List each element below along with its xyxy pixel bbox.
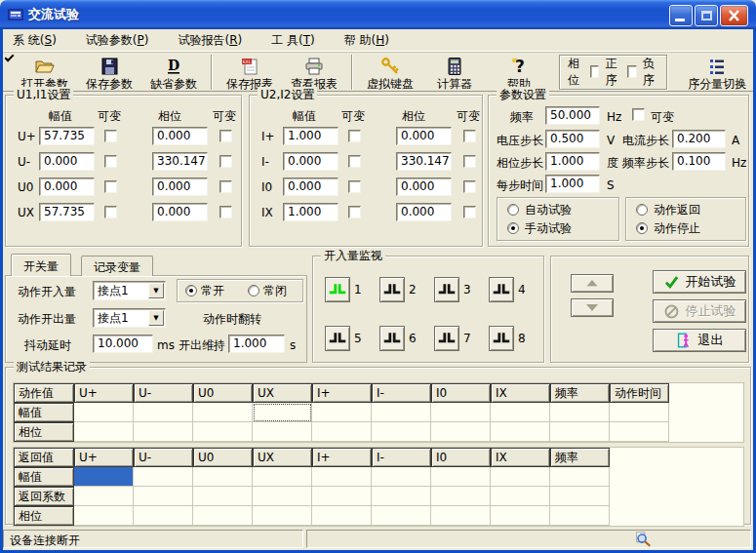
grid-cell[interactable]	[253, 506, 312, 526]
phase-input[interactable]: 0.000	[152, 127, 208, 145]
exit-button[interactable]: 退出	[653, 329, 746, 352]
auto-test-radio[interactable]	[507, 204, 519, 216]
amplitude-input[interactable]: 0.000	[283, 178, 338, 196]
amplitude-input[interactable]: 1.000	[283, 203, 338, 221]
amplitude-variable-checkbox[interactable]	[348, 206, 361, 218]
grid-cell[interactable]	[74, 403, 134, 422]
voltage-step-input[interactable]: 0.500	[545, 130, 600, 148]
grid-cell[interactable]	[253, 487, 312, 506]
input-monitor-switch-6[interactable]: 6	[379, 326, 417, 351]
grid-cell[interactable]	[312, 467, 372, 487]
tab-record-variables[interactable]: 记录变量	[81, 256, 153, 276]
grid-cell[interactable]	[193, 506, 253, 526]
grid-cell[interactable]	[253, 403, 312, 422]
amplitude-input[interactable]: 57.735	[39, 127, 95, 145]
grid-cell[interactable]	[134, 403, 193, 422]
grid-cell[interactable]	[491, 422, 550, 442]
normally-open-radio[interactable]	[185, 285, 197, 296]
phase-variable-checkbox[interactable]	[219, 130, 232, 142]
phase-variable-checkbox[interactable]	[463, 155, 476, 168]
grid-cell[interactable]	[610, 422, 669, 442]
menu-item-h[interactable]: 帮 助(H)	[335, 29, 399, 52]
scroll-up-button[interactable]	[571, 274, 614, 293]
output-hold-input[interactable]: 1.000	[228, 335, 285, 353]
grid-cell[interactable]	[312, 487, 372, 506]
grid-cell[interactable]	[372, 422, 431, 442]
grid-cell[interactable]	[74, 506, 134, 526]
phase-input[interactable]: 330.147	[396, 152, 452, 171]
grid-cell[interactable]	[312, 403, 372, 422]
amplitude-variable-checkbox[interactable]	[104, 130, 117, 142]
grid-cell[interactable]	[491, 487, 550, 506]
start-test-button[interactable]: 开始试验	[653, 270, 746, 294]
phase-step-input[interactable]: 1.000	[545, 152, 600, 171]
grid-cell[interactable]	[431, 506, 491, 526]
amplitude-variable-checkbox[interactable]	[104, 206, 117, 218]
amplitude-input[interactable]: 0.000	[39, 152, 95, 171]
amplitude-input[interactable]: 57.735	[39, 203, 95, 221]
grid-cell[interactable]	[74, 467, 134, 487]
grid-cell[interactable]	[134, 506, 193, 526]
grid-cell[interactable]	[134, 422, 193, 442]
phase-variable-checkbox[interactable]	[219, 206, 232, 218]
phase-input[interactable]: 0.000	[152, 203, 208, 221]
grid-cell[interactable]	[550, 422, 610, 442]
frequency-variable-checkbox[interactable]	[632, 108, 645, 121]
input-monitor-switch-7[interactable]: 7	[434, 326, 471, 351]
minimize-button[interactable]	[669, 5, 693, 26]
grid-cell[interactable]	[193, 403, 253, 422]
grid-cell[interactable]	[610, 403, 669, 422]
grid-cell[interactable]	[253, 422, 312, 442]
phase-input[interactable]: 0.000	[396, 178, 452, 196]
grid-cell[interactable]	[253, 467, 312, 487]
grid-cell[interactable]	[431, 487, 491, 506]
grid-cell[interactable]	[193, 487, 253, 506]
toolbar-button-calculator[interactable]: 计算器	[422, 54, 487, 91]
normally-closed-radio[interactable]	[248, 285, 259, 296]
grid-cell[interactable]	[431, 467, 491, 487]
maximize-button[interactable]	[695, 5, 718, 26]
phase-variable-checkbox[interactable]	[219, 180, 232, 193]
grid-cell[interactable]	[431, 422, 491, 442]
phase-input[interactable]: 0.000	[396, 203, 452, 221]
grid-cell[interactable]	[312, 506, 372, 526]
positive-sequence-checkbox[interactable]	[590, 65, 600, 78]
menu-item-p[interactable]: 试验参数(P)	[76, 29, 159, 52]
toolbar-button-open-folder[interactable]: 打开参数	[13, 54, 77, 91]
grid-cell[interactable]	[550, 467, 610, 487]
toolbar-button-printer[interactable]: 查看报表	[282, 54, 346, 91]
phase-variable-checkbox[interactable]	[463, 130, 476, 142]
grid-cell[interactable]	[491, 506, 550, 526]
phase-input[interactable]: 330.147	[152, 152, 208, 171]
input-monitor-switch-8[interactable]: 8	[489, 326, 526, 351]
action-stop-radio[interactable]	[636, 222, 648, 234]
input-monitor-switch-4[interactable]: 4	[489, 277, 526, 302]
amplitude-variable-checkbox[interactable]	[348, 155, 361, 168]
scroll-down-button[interactable]	[571, 298, 614, 317]
grid-cell[interactable]	[193, 467, 253, 487]
grid-cell[interactable]	[491, 403, 550, 422]
grid-cell[interactable]	[193, 422, 253, 442]
grid-cell[interactable]	[372, 467, 431, 487]
amplitude-input[interactable]: 1.000	[283, 127, 338, 145]
grid-cell[interactable]	[372, 403, 431, 422]
phase-variable-checkbox[interactable]	[463, 206, 476, 218]
grid-cell[interactable]	[491, 467, 550, 487]
step-time-input[interactable]: 1.000	[545, 175, 600, 193]
menu-item-r[interactable]: 试验报告(R)	[168, 29, 252, 52]
grid-cell[interactable]	[134, 487, 193, 506]
amplitude-input[interactable]: 0.000	[39, 178, 95, 196]
phase-variable-checkbox[interactable]	[219, 155, 232, 168]
grid-cell[interactable]	[550, 506, 610, 526]
action-input-combo[interactable]: 接点1 ▼	[93, 281, 166, 300]
input-monitor-switch-2[interactable]: 2	[379, 277, 417, 302]
manual-test-radio[interactable]	[507, 222, 519, 234]
toolbar-button-floppy[interactable]: 保存参数	[77, 54, 141, 91]
phase-variable-checkbox[interactable]	[463, 180, 476, 193]
stop-test-button[interactable]: 停止试验	[653, 299, 746, 323]
grid-cell[interactable]	[372, 487, 431, 506]
toolbar-button-question[interactable]: ?帮助	[487, 54, 551, 91]
amplitude-variable-checkbox[interactable]	[348, 180, 361, 193]
grid-cell[interactable]	[134, 467, 193, 487]
close-button[interactable]	[720, 5, 748, 26]
